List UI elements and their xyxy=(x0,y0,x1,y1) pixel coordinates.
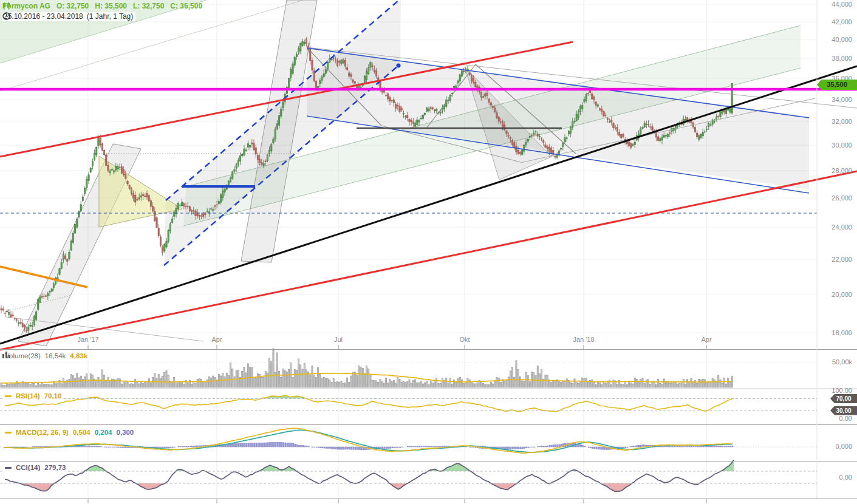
price-axis-label: 30,000 xyxy=(816,141,852,149)
time-axis-label: Jan '18 xyxy=(573,336,594,343)
price-axis-label: 26,000 xyxy=(816,194,852,202)
price-axis-label: 42,000 xyxy=(816,18,852,26)
instrument-header: Formycon AG O: 32,750 H: 35,500 L: 32,75… xyxy=(2,2,202,10)
volume-panel-label[interactable]: Volume(28) 16,54k 4,83k xyxy=(2,352,90,360)
price-axis-label: 28,000 xyxy=(816,167,852,174)
cci-series xyxy=(5,460,734,492)
price-axis-label: 34,000 xyxy=(816,96,852,103)
low-value: L: 32,750 xyxy=(133,2,164,10)
macd-axis-label: 0,000 xyxy=(810,443,852,450)
time-axis-label: Apr xyxy=(701,336,711,343)
cci-value: 279,73 xyxy=(44,464,66,471)
rsi-30-tag: 30,00 xyxy=(830,406,857,415)
close-value: C: 35,500 xyxy=(170,2,202,10)
time-axis-label: Apr xyxy=(211,336,222,343)
timeframe[interactable]: (1 Jahr, 1 Tag) xyxy=(87,12,134,21)
dash-icon xyxy=(5,467,12,469)
last-price-tag: 35,500 xyxy=(817,80,857,90)
macd-value: 0,504 xyxy=(73,429,90,436)
date-range[interactable]: 25.10.2016 - 23.04.2018 xyxy=(4,12,83,21)
clock-icon xyxy=(2,12,10,20)
time-axis-label: Okt xyxy=(459,336,469,343)
volume-ma-value: 4,83k xyxy=(70,352,87,359)
chart-window: Formycon AG O: 32,750 H: 35,500 L: 32,75… xyxy=(0,0,857,504)
trendline-end-dot[interactable] xyxy=(397,64,401,68)
price-axis-label: 18,000 xyxy=(816,329,852,336)
dash-icon xyxy=(5,432,12,434)
rsi-0-label: 0,00 xyxy=(810,415,852,422)
rsi-100-label: 100,00 xyxy=(810,387,852,394)
axis-ticks xyxy=(88,345,706,503)
cci-axis-label: 0,00 xyxy=(810,474,852,481)
open-value: O: 32,750 xyxy=(56,2,89,10)
time-axis-label: Jul xyxy=(334,336,343,343)
cci-name: CCI(14) xyxy=(16,464,40,471)
price-axis-label: 22,000 xyxy=(816,256,852,263)
high-value: H: 35,500 xyxy=(95,2,127,10)
candlestick-icon xyxy=(2,2,11,10)
price-axis-label: 38,000 xyxy=(816,55,852,62)
rsi-value: 70,10 xyxy=(44,392,62,400)
rsi-panel-label[interactable]: RSI(14) 70,10 xyxy=(2,392,64,400)
macd-hist-value: 0,300 xyxy=(116,429,134,436)
macd-name: MACD(12, 26, 9) xyxy=(16,429,69,436)
volume-value: 16,54k xyxy=(45,352,66,359)
price-axis-label: 44,000 xyxy=(816,1,852,8)
rsi-name: RSI(14) xyxy=(16,392,40,400)
volume-axis-label: 50,00k xyxy=(810,358,852,366)
time-axis-label: Jan '17 xyxy=(77,336,98,343)
rsi-series xyxy=(5,395,734,412)
price-axis-label: 24,000 xyxy=(816,223,852,231)
rsi-70-tag: 70,00 xyxy=(830,394,857,403)
price-axis-label: 40,000 xyxy=(816,36,852,43)
bars-icon xyxy=(2,352,10,358)
price-axis-label: 32,000 xyxy=(816,118,852,125)
price-axis-label: 20,000 xyxy=(816,291,852,298)
macd-panel-label[interactable]: MACD(12, 26, 9) 0,504 0,204 0,300 xyxy=(2,428,136,437)
cci-panel-label[interactable]: CCI(14) 279,73 xyxy=(2,463,68,472)
dash-icon xyxy=(5,395,12,397)
date-range-header: 25.10.2016 - 23.04.2018 (1 Jahr, 1 Tag) xyxy=(2,12,135,21)
macd-signal-value: 0,204 xyxy=(95,429,112,436)
volume-series xyxy=(1,349,732,387)
